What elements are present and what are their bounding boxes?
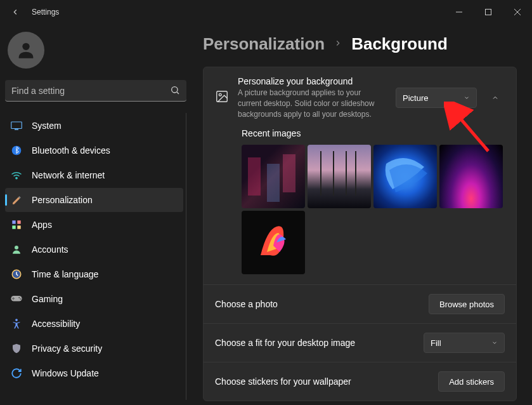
- expander-description: A picture background applies to your cur…: [238, 88, 384, 119]
- time-icon: [10, 268, 23, 281]
- sidebar-item-label: System: [32, 121, 62, 131]
- sidebar-item-label: Network & internet: [32, 170, 105, 180]
- recent-images-section: Recent images: [204, 128, 516, 284]
- sidebar-item-privacy[interactable]: Privacy & security: [5, 336, 183, 361]
- search-icon: [170, 85, 180, 98]
- breadcrumb-current: Background: [351, 34, 448, 54]
- fit-row: Choose a fit for your desktop image Fill: [204, 323, 516, 362]
- window-title: Settings: [32, 8, 59, 17]
- sidebar-item-bluetooth[interactable]: Bluetooth & devices: [5, 138, 183, 163]
- back-button[interactable]: [6, 3, 24, 21]
- browse-photos-button[interactable]: Browse photos: [429, 294, 505, 314]
- sidebar-item-account[interactable]: Accounts: [5, 237, 183, 262]
- fit-dropdown[interactable]: Fill: [424, 333, 505, 353]
- recent-image-thumb[interactable]: [373, 145, 437, 208]
- svg-point-20: [20, 298, 21, 300]
- background-type-dropdown[interactable]: Picture: [396, 88, 477, 108]
- svg-rect-13: [12, 225, 15, 229]
- system-icon: [10, 119, 23, 132]
- svg-point-23: [219, 94, 221, 96]
- chevron-right-icon: [334, 39, 342, 50]
- sidebar-item-time[interactable]: Time & language: [5, 262, 183, 286]
- add-stickers-button[interactable]: Add stickers: [438, 371, 505, 392]
- svg-rect-7: [11, 122, 22, 129]
- sidebar-item-label: Gaming: [32, 294, 63, 304]
- recent-image-thumb[interactable]: [242, 145, 305, 208]
- bluetooth-icon: [10, 144, 23, 157]
- titlebar: Settings: [0, 0, 532, 24]
- accessibility-icon: [10, 317, 23, 330]
- sidebar-item-label: Accounts: [32, 244, 68, 255]
- brush-icon: [10, 194, 23, 206]
- background-card: Personalize your background A picture ba…: [203, 67, 517, 401]
- fit-label: Choose a fit for your desktop image: [215, 338, 355, 348]
- close-button[interactable]: [503, 0, 532, 24]
- update-icon: [10, 367, 23, 380]
- wifi-icon: [10, 169, 23, 182]
- image-icon: [215, 90, 229, 106]
- sidebar-item-gaming[interactable]: Gaming: [5, 287, 183, 311]
- recent-image-thumb[interactable]: [439, 145, 503, 208]
- svg-point-19: [18, 297, 20, 298]
- nav-list: SystemBluetooth & devicesNetwork & inter…: [5, 113, 186, 400]
- sidebar-item-accessibility[interactable]: Accessibility: [5, 312, 183, 336]
- stickers-label: Choose stickers for your wallpaper: [215, 376, 351, 387]
- recent-image-thumb[interactable]: [242, 211, 305, 274]
- expander-header[interactable]: Personalize your background A picture ba…: [204, 67, 516, 128]
- choose-photo-label: Choose a photo: [215, 299, 278, 309]
- sidebar-item-label: Accessibility: [32, 319, 80, 329]
- svg-rect-14: [17, 225, 20, 229]
- svg-line-6: [177, 92, 179, 94]
- chevron-down-icon: [464, 93, 470, 103]
- privacy-icon: [10, 342, 23, 355]
- sidebar-item-label: Time & language: [32, 269, 98, 279]
- recent-image-thumb[interactable]: [308, 145, 371, 208]
- sidebar: SystemBluetooth & devicesNetwork & inter…: [0, 24, 190, 405]
- maximize-button[interactable]: [474, 0, 503, 24]
- svg-point-21: [15, 319, 18, 321]
- svg-point-5: [172, 87, 178, 93]
- sidebar-item-update[interactable]: Windows Update: [5, 361, 183, 385]
- svg-point-4: [22, 43, 29, 50]
- search-box[interactable]: [5, 80, 186, 102]
- svg-rect-11: [12, 220, 15, 223]
- choose-photo-row: Choose a photo Browse photos: [204, 284, 516, 323]
- sidebar-item-label: Privacy & security: [32, 343, 102, 354]
- breadcrumb: Personalization Background: [203, 34, 517, 54]
- minimize-button[interactable]: [444, 0, 474, 24]
- collapse-button[interactable]: [486, 88, 505, 107]
- gaming-icon: [10, 293, 23, 305]
- expander-title: Personalize your background: [238, 76, 387, 86]
- svg-point-15: [15, 246, 18, 249]
- account-icon: [10, 243, 23, 256]
- chevron-down-icon: [491, 338, 498, 348]
- svg-rect-8: [15, 129, 18, 130]
- stickers-row: Choose stickers for your wallpaper Add s…: [204, 362, 516, 401]
- sidebar-item-apps[interactable]: Apps: [5, 213, 183, 237]
- svg-rect-12: [17, 220, 20, 223]
- dropdown-value: Fill: [431, 338, 441, 348]
- search-input[interactable]: [5, 80, 186, 102]
- sidebar-item-brush[interactable]: Personalization: [5, 188, 183, 212]
- breadcrumb-parent[interactable]: Personalization: [203, 34, 325, 54]
- main-content: Personalization Background Personalize y…: [190, 24, 532, 405]
- sidebar-item-system[interactable]: System: [5, 114, 183, 138]
- recent-images-title: Recent images: [242, 128, 505, 138]
- dropdown-value: Picture: [403, 93, 428, 103]
- sidebar-item-label: Windows Update: [32, 368, 99, 378]
- sidebar-item-wifi[interactable]: Network & internet: [5, 163, 183, 187]
- avatar[interactable]: [8, 32, 44, 69]
- sidebar-item-label: Bluetooth & devices: [32, 145, 110, 156]
- apps-icon: [10, 218, 23, 231]
- sidebar-item-label: Apps: [32, 220, 52, 230]
- svg-rect-1: [486, 10, 491, 15]
- svg-point-10: [16, 177, 17, 178]
- sidebar-item-label: Personalization: [32, 195, 93, 205]
